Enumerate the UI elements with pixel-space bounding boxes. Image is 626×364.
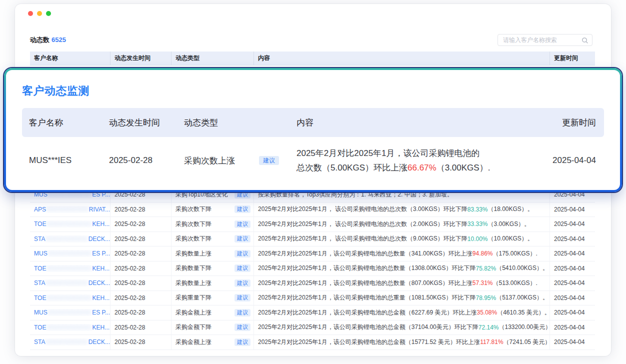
overlay-header-row: 客户名称 动态发生时间 动态类型 内容 更新时间 [22, 108, 604, 137]
overlay-column-event-type: 动态类型 [184, 117, 296, 128]
event-content: 2025年2月对比2025年1月， 该公司采购锂电池的总次数（2.00KGS）环… [254, 217, 550, 232]
trend-percent: 117.81% [480, 338, 503, 346]
redacted-name-blur: WWWWWWWW [46, 206, 89, 213]
column-header-content: 内容 [254, 52, 550, 65]
redacted-name-blur: WWWWWWWW [45, 338, 88, 346]
table-row[interactable]: TOEWWWWWWWWKEH... 2025-02-28 采购次数下降 建议 2… [30, 217, 595, 232]
customer-search-input[interactable] [498, 34, 592, 46]
table-row[interactable]: APSWWWWWWWWRIVAT... 2025-02-28 采购次数下降 建议… [30, 202, 595, 218]
customer-name-link[interactable]: MUSWWWWWWWWES P... [34, 309, 110, 316]
trend-percent: 57.31% [472, 280, 493, 286]
event-date: 2025-02-28 [110, 232, 172, 246]
event-date: 2025-02-28 [110, 246, 172, 261]
trend-percent: 75.82% [476, 265, 496, 272]
trend-percent: 35.08% [476, 309, 497, 316]
update-date: 2025-04-04 [550, 217, 595, 232]
toolbar: 动态数6525 [30, 34, 595, 47]
overlay-column-event-time: 动态发生时间 [109, 117, 184, 128]
overlay-column-content: 内容 [296, 117, 549, 128]
update-date: 2025-04-04 [550, 276, 595, 290]
suggestion-badge: 建议 [234, 250, 250, 258]
event-content: 2025年2月对比2025年1月，该公司采购锂电池的总金额（6227.69 美元… [254, 306, 550, 320]
trend-percent: 78.95% [476, 294, 496, 302]
table-body: MUSWWWWWWWWES P... 2025-02-28 采购Top10地区变… [30, 188, 595, 350]
redacted-name-blur: WWWWWWWW [48, 309, 92, 316]
close-window-button[interactable] [28, 11, 33, 16]
suggestion-badge: 建议 [234, 338, 250, 346]
table-row[interactable]: TOEWWWWWWWWKEH... 2025-02-28 采购数量下降 建议 2… [30, 262, 595, 276]
suggestion-badge: 建议 [234, 280, 250, 287]
overlay-content-line1: 2025年2月对比2025年1月，该公司采购锂电池的 [296, 146, 549, 160]
customer-name-link[interactable]: TOEWWWWWWWWKEH... [34, 265, 110, 272]
customer-name-link[interactable]: STAWWWWWWWWDECK... [34, 280, 110, 286]
minimize-window-button[interactable] [37, 11, 42, 16]
suggestion-badge: 建议 [234, 309, 250, 316]
trend-percent: 33.33% [468, 220, 488, 228]
zoom-window-button[interactable] [46, 11, 51, 16]
column-header-update-time: 更新时间 [550, 52, 595, 65]
overlay-content-line2: 总次数（5.00KGS）环比上涨66.67%（3.00KGS）. [296, 160, 549, 175]
overlay-event-type: 采购次数上涨 [184, 155, 259, 166]
customer-search-box [498, 34, 592, 46]
customer-name-link[interactable]: MUSWWWWWWWWES P... [34, 250, 110, 257]
event-content: 2025年2月对比2025年1月，该公司采购锂电池的总数量（807.00KGS）… [254, 276, 550, 290]
overlay-column-customer-name: 客户名称 [29, 117, 109, 128]
customer-name-link[interactable]: STAWWWWWWWWDECK... [34, 338, 110, 346]
redacted-name-blur: WWWWWWWW [46, 294, 92, 302]
event-type: 采购金额上涨 [176, 338, 212, 346]
update-date: 2025-04-04 [550, 335, 595, 350]
customer-name-link[interactable]: APSWWWWWWWWRIVAT... [34, 206, 110, 213]
table-row[interactable]: TOEWWWWWWWWKEH... 2025-02-28 采购重量下降 建议 2… [30, 291, 595, 306]
overlay-data-row[interactable]: MUS***IES 2025-02-28 采购次数上涨 建议 2025年2月对比… [22, 137, 604, 184]
trend-percent: 83.33% [468, 206, 488, 213]
event-type: 采购数量上涨 [176, 279, 212, 288]
event-date: 2025-02-28 [110, 262, 172, 276]
column-header-customer-name: 客户名称 [30, 52, 110, 65]
redacted-name-blur: WWWWWWWW [48, 191, 92, 198]
overlay-title: 客户动态监测 [22, 84, 604, 98]
event-content: 2025年2月对比2025年1月， 该公司采购锂电池的总次数（3.00KGS）环… [254, 202, 550, 217]
event-content: 2025年2月对比2025年1月，该公司采购锂电池的总金额（37104.00美元… [254, 320, 550, 335]
update-date: 2025-04-04 [550, 246, 595, 261]
event-date: 2025-02-28 [110, 320, 172, 335]
overlay-content: 2025年2月对比2025年1月，该公司采购锂电池的 总次数（5.00KGS）环… [296, 146, 549, 175]
suggestion-badge: 建议 [234, 206, 250, 213]
customer-name-link[interactable]: STAWWWWWWWWDECK... [34, 236, 110, 242]
update-date: 2025-04-04 [550, 306, 595, 320]
overlay-card-body: 客户动态监测 客户名称 动态发生时间 动态类型 内容 更新时间 MUS***IE… [6, 70, 620, 190]
table-row[interactable]: STAWWWWWWWWDECK... 2025-02-28 采购金额上涨 建议 … [30, 335, 595, 350]
overlay-event-date: 2025-02-28 [109, 156, 184, 166]
event-type: 采购数量上涨 [176, 250, 212, 258]
customer-name-link[interactable]: MUSWWWWWWWWES P... [34, 191, 110, 198]
table-row[interactable]: STAWWWWWWWWDECK... 2025-02-28 采购数量上涨 建议 … [30, 276, 595, 291]
dynamics-count-value: 6525 [52, 36, 66, 44]
event-type: 采购次数下降 [176, 205, 212, 214]
update-date: 2025-04-04 [550, 202, 595, 217]
trend-percent: 94.86% [472, 250, 493, 257]
table-row[interactable]: TOEWWWWWWWWKEH... 2025-02-28 采购金额下降 建议 2… [30, 320, 595, 336]
trend-percent: 10.00% [468, 236, 488, 242]
redacted-name-blur: WWWWWWWW [48, 250, 92, 257]
event-type: 采购金额下降 [176, 323, 212, 332]
table-row[interactable]: STAWWWWWWWWDECK... 2025-02-28 采购次数下降 建议 … [30, 232, 595, 247]
search-icon[interactable] [582, 37, 588, 44]
customer-name-link[interactable]: TOEWWWWWWWWKEH... [34, 294, 110, 302]
screen: 动态数6525 客户名称 动态发生时间 动态类型 内容 更新时间 [0, 0, 626, 364]
event-type: 采购次数下降 [176, 234, 212, 243]
update-date: 2025-04-04 [550, 232, 595, 246]
customer-name-link[interactable]: TOEWWWWWWWWKEH... [34, 324, 110, 331]
suggestion-badge: 建议 [234, 324, 250, 331]
event-type: 采购金额上涨 [176, 308, 212, 317]
event-date: 2025-02-28 [110, 202, 172, 217]
update-date: 2025-04-04 [550, 291, 595, 306]
table-row[interactable]: MUSWWWWWWWWES P... 2025-02-28 采购数量上涨 建议 … [30, 246, 595, 262]
suggestion-badge: 建议 [234, 220, 250, 228]
event-date: 2025-02-28 [110, 306, 172, 320]
table-header-row: 客户名称 动态发生时间 动态类型 内容 更新时间 [30, 52, 595, 66]
event-type: 采购重量下降 [176, 294, 212, 302]
redacted-name-blur: WWWWWWWW [46, 324, 92, 331]
table-row[interactable]: MUSWWWWWWWWES P... 2025-02-28 采购金额上涨 建议 … [30, 306, 595, 320]
overlay-customer-name[interactable]: MUS***IES [29, 156, 109, 166]
customer-name-link[interactable]: TOEWWWWWWWWKEH... [34, 220, 110, 228]
event-content: 2025年2月对比2025年1月， 该公司采购锂电池的总次数（9.00KGS）环… [254, 232, 550, 246]
